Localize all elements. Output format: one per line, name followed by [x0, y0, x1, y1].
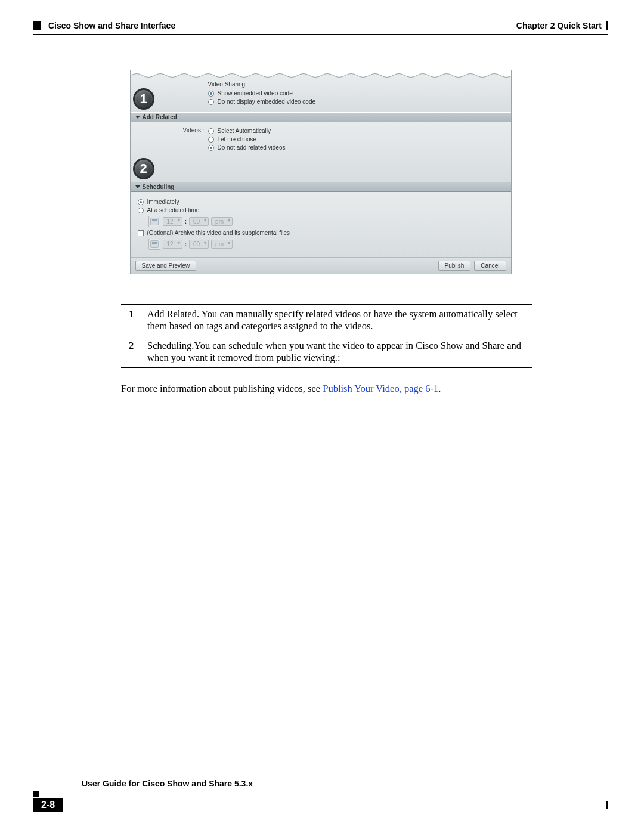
- table-text: Scheduling.You can schedule when you wan…: [141, 336, 532, 368]
- callout-2-icon: 2: [133, 158, 154, 179]
- chevron-down-icon: [135, 185, 140, 188]
- minute-select[interactable]: 00: [189, 217, 209, 226]
- calendar-icon: [150, 218, 159, 225]
- scheduling-title: Scheduling: [143, 184, 175, 190]
- page-number: 2-8: [33, 798, 63, 812]
- video-sharing-title: Video Sharing: [208, 81, 505, 88]
- calendar-icon: [150, 240, 159, 248]
- scheduling-header[interactable]: Scheduling: [131, 182, 511, 192]
- radio-no-related[interactable]: [208, 145, 214, 151]
- header-marker: [33, 21, 41, 30]
- footer-rule: [40, 794, 608, 794]
- radio-immediately-label: Immediately: [147, 199, 179, 205]
- header-pipe: [606, 21, 608, 30]
- add-related-header[interactable]: Add Related: [131, 112, 511, 122]
- radio-no-embedded-label: Do not display embedded video code: [218, 98, 316, 105]
- radio-scheduled-label: At a scheduled time: [147, 207, 200, 213]
- table-row: 1 Add Related. You can manually specify …: [121, 305, 532, 336]
- radio-let-me-choose[interactable]: [208, 137, 214, 143]
- table-num: 2: [121, 336, 141, 368]
- publish-video-link[interactable]: Publish Your Video, page 6-1: [323, 383, 438, 394]
- cancel-button[interactable]: Cancel: [474, 261, 506, 271]
- chevron-down-icon: [135, 116, 140, 119]
- ampm-select[interactable]: pm: [211, 217, 233, 226]
- time-colon: :: [185, 241, 187, 247]
- footer-pipe: [606, 801, 608, 809]
- archive-checkbox[interactable]: [138, 230, 144, 236]
- radio-select-auto[interactable]: [208, 128, 214, 134]
- footer-marker: [33, 791, 39, 797]
- callout-1-num: 1: [140, 91, 147, 107]
- videos-label: Videos :: [183, 127, 205, 134]
- radio-show-embedded[interactable]: [208, 91, 214, 97]
- publish-button[interactable]: Publish: [438, 261, 471, 271]
- para-text: For more information about publishing vi…: [121, 383, 323, 394]
- header-rule: [33, 34, 608, 35]
- radio-scheduled[interactable]: [138, 208, 144, 213]
- radio-let-me-choose-label: Let me choose: [218, 136, 257, 143]
- date-picker[interactable]: [148, 216, 160, 227]
- para-end: .: [438, 383, 441, 394]
- archive-date-picker[interactable]: [148, 239, 160, 250]
- torn-edge: [131, 70, 511, 78]
- archive-hour-select[interactable]: 12: [163, 240, 182, 249]
- archive-label: (Optional) Archive this video and its su…: [147, 230, 290, 236]
- radio-show-embedded-label: Show embedded video code: [218, 90, 293, 97]
- table-num: 1: [121, 305, 141, 336]
- archive-minute-select[interactable]: 00: [189, 240, 209, 249]
- table-text: Add Related. You can manually specify re…: [141, 305, 532, 336]
- more-info-paragraph: For more information about publishing vi…: [121, 383, 608, 395]
- screenshot-panel: 1 Video Sharing Show embedded video code…: [130, 70, 512, 274]
- section-title: Cisco Show and Share Interface: [48, 21, 175, 30]
- chapter-title: Chapter 2 Quick Start: [516, 21, 602, 30]
- radio-no-embedded[interactable]: [208, 99, 214, 105]
- callout-2-num: 2: [140, 161, 147, 176]
- add-related-title: Add Related: [143, 114, 177, 120]
- time-colon: :: [185, 218, 187, 225]
- radio-select-auto-label: Select Automatically: [218, 128, 271, 134]
- table-row: 2 Scheduling.You can schedule when you w…: [121, 336, 532, 368]
- radio-no-related-label: Do not add related videos: [218, 144, 286, 151]
- callout-table: 1 Add Related. You can manually specify …: [121, 304, 532, 368]
- archive-ampm-select[interactable]: pm: [211, 240, 233, 249]
- callout-1-icon: 1: [133, 88, 154, 110]
- save-preview-button[interactable]: Save and Preview: [135, 261, 197, 271]
- radio-immediately[interactable]: [138, 199, 144, 205]
- hour-select[interactable]: 12: [163, 217, 182, 226]
- footer-guide-title: User Guide for Cisco Show and Share 5.3.…: [82, 779, 608, 788]
